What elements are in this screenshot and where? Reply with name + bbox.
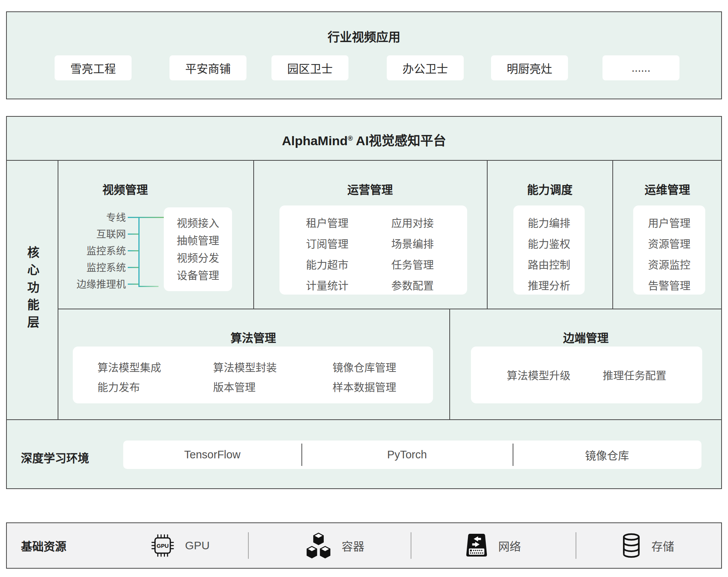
app-chip-pingan: 平安商铺 bbox=[169, 55, 246, 80]
algorithm-column-1: 算法模型集成 能力发布 bbox=[97, 358, 161, 398]
box-item: 能力超市 bbox=[306, 255, 348, 276]
container-icon bbox=[305, 532, 332, 559]
connector-line bbox=[128, 234, 140, 235]
dl-env-tensorflow: TensorFlow bbox=[123, 441, 301, 469]
box-item: 计量统计 bbox=[306, 276, 348, 296]
box-item: 抽帧管理 bbox=[164, 232, 232, 250]
divider bbox=[248, 532, 249, 559]
operations-management-box: 租户管理 订阅管理 能力超市 计量统计 应用对接 场景编排 任务管理 参数配置 bbox=[279, 205, 467, 295]
resource-name: GPU bbox=[185, 539, 210, 552]
dl-env-pytorch: PyTorch bbox=[301, 441, 513, 469]
box-item: 版本管理 bbox=[213, 378, 277, 398]
box-item: 应用对接 bbox=[391, 213, 434, 234]
box-item: 推理任务配置 bbox=[603, 367, 667, 383]
box-item: 视频分发 bbox=[164, 250, 232, 267]
resource-storage: 存储 bbox=[621, 523, 674, 568]
box-item: 资源管理 bbox=[633, 234, 705, 255]
om-management-box: 用户管理 资源管理 资源监控 告警管理 bbox=[633, 205, 705, 295]
industry-apps-title: 行业视频应用 bbox=[7, 27, 721, 45]
box-item: 能力编排 bbox=[513, 213, 585, 234]
platform-title-rest: AI视觉感知平台 bbox=[353, 133, 446, 148]
box-item: 算法模型集成 bbox=[97, 358, 161, 378]
box-item: 算法模型封装 bbox=[213, 358, 277, 378]
divider bbox=[576, 532, 576, 559]
divider bbox=[301, 444, 302, 466]
connector-stub bbox=[140, 286, 158, 287]
video-source-label: 监控系统 bbox=[50, 245, 126, 257]
om-management-title: 运维管理 bbox=[645, 180, 690, 197]
box-item: 参数配置 bbox=[391, 276, 434, 296]
grid-line bbox=[58, 309, 721, 309]
box-item: 能力鉴权 bbox=[513, 234, 585, 255]
capability-scheduling-box: 能力编排 能力鉴权 路由控制 推理分析 bbox=[513, 205, 585, 295]
deep-learning-env-bar: TensorFlow PyTorch 镜像仓库 bbox=[123, 441, 701, 469]
capability-scheduling-title: 能力调度 bbox=[527, 180, 573, 197]
app-chip-mingchu: 明厨亮灶 bbox=[491, 55, 568, 80]
grid-line bbox=[7, 160, 721, 161]
storage-icon bbox=[621, 533, 642, 558]
resource-network: 网络 bbox=[465, 523, 521, 568]
box-item: 样本数据管理 bbox=[333, 378, 396, 398]
box-item: 资源监控 bbox=[633, 255, 705, 276]
dl-env-image-repo: 镜像仓库 bbox=[513, 441, 701, 469]
algorithm-management-title: 算法管理 bbox=[231, 329, 276, 345]
box-item: 场景编排 bbox=[391, 234, 434, 255]
video-source-label: 互联网 bbox=[50, 228, 126, 241]
app-chip-yuanqu: 园区卫士 bbox=[271, 55, 348, 80]
box-item: 算法模型升级 bbox=[507, 367, 570, 383]
box-item: 用户管理 bbox=[633, 213, 705, 234]
connector-line bbox=[128, 284, 140, 285]
gpu-chip-text: GPU bbox=[157, 543, 169, 549]
resource-name: 网络 bbox=[498, 537, 521, 554]
grid-line bbox=[7, 419, 721, 420]
box-item: 路由控制 bbox=[513, 255, 585, 276]
edge-management-title: 边端管理 bbox=[563, 329, 609, 345]
divider bbox=[411, 532, 411, 559]
platform-title: AlphaMind® AI视觉感知平台 bbox=[7, 117, 721, 160]
box-item: 视频接入 bbox=[164, 215, 232, 232]
platform-band: AlphaMind® AI视觉感知平台 核心功能层 视频管理 专线 互联网 监控… bbox=[6, 116, 722, 489]
operations-column-left: 租户管理 订阅管理 能力超市 计量统计 bbox=[306, 213, 348, 296]
resource-name: 容器 bbox=[342, 537, 364, 554]
connector-line bbox=[128, 250, 140, 251]
connector-trunk bbox=[138, 217, 140, 287]
edge-management-box: 算法模型升级 推理任务配置 bbox=[471, 347, 702, 403]
box-item: 推理分析 bbox=[513, 276, 585, 296]
box-item: 任务管理 bbox=[391, 255, 434, 276]
gpu-chip-icon: GPU bbox=[150, 533, 175, 558]
video-source-label: 监控系统 bbox=[50, 261, 126, 274]
operations-management-title: 运营管理 bbox=[347, 180, 393, 197]
box-item: 告警管理 bbox=[633, 276, 705, 296]
connector-line bbox=[128, 217, 164, 218]
video-source-label: 边缘推理机 bbox=[50, 278, 126, 291]
industry-apps-band: 行业视频应用 雪亮工程 平安商铺 园区卫士 办公卫士 明厨亮灶 ...... bbox=[6, 11, 722, 99]
algorithm-column-2: 算法模型封装 版本管理 bbox=[213, 358, 277, 398]
algorithm-management-box: 算法模型集成 能力发布 算法模型封装 版本管理 镜像仓库管理 样本数据管理 bbox=[73, 347, 433, 403]
network-icon bbox=[465, 533, 488, 558]
algorithm-column-3: 镜像仓库管理 样本数据管理 bbox=[333, 358, 396, 398]
registered-mark: ® bbox=[348, 135, 353, 142]
app-chip-bangong: 办公卫士 bbox=[387, 55, 464, 80]
resource-name: 存储 bbox=[651, 537, 674, 554]
app-chip-more: ...... bbox=[602, 55, 679, 80]
box-item: 租户管理 bbox=[306, 213, 348, 234]
resource-container: 容器 bbox=[305, 523, 364, 568]
app-chip-xueliang: 雪亮工程 bbox=[55, 55, 132, 80]
divider bbox=[513, 444, 513, 466]
grid-line bbox=[612, 160, 613, 309]
box-item: 能力发布 bbox=[97, 378, 161, 398]
connector-line bbox=[128, 267, 140, 268]
deep-learning-env-label: 深度学习环境 bbox=[21, 449, 89, 466]
box-item: 镜像仓库管理 bbox=[333, 358, 396, 378]
base-resources-band: 基础资源 GPU GPU bbox=[6, 522, 722, 569]
operations-column-right: 应用对接 场景编排 任务管理 参数配置 bbox=[391, 213, 434, 296]
resource-gpu: GPU GPU bbox=[150, 523, 210, 568]
architecture-diagram: 行业视频应用 雪亮工程 平安商铺 园区卫士 办公卫士 明厨亮灶 ...... A… bbox=[0, 0, 728, 577]
grid-line bbox=[449, 309, 450, 419]
box-item: 订阅管理 bbox=[306, 234, 348, 255]
video-source-label: 专线 bbox=[50, 211, 126, 224]
video-management-box: 视频接入 抽帧管理 视频分发 设备管理 bbox=[164, 207, 232, 291]
box-item: 设备管理 bbox=[164, 267, 232, 285]
base-resources-label: 基础资源 bbox=[21, 523, 66, 568]
grid-line bbox=[253, 160, 254, 309]
